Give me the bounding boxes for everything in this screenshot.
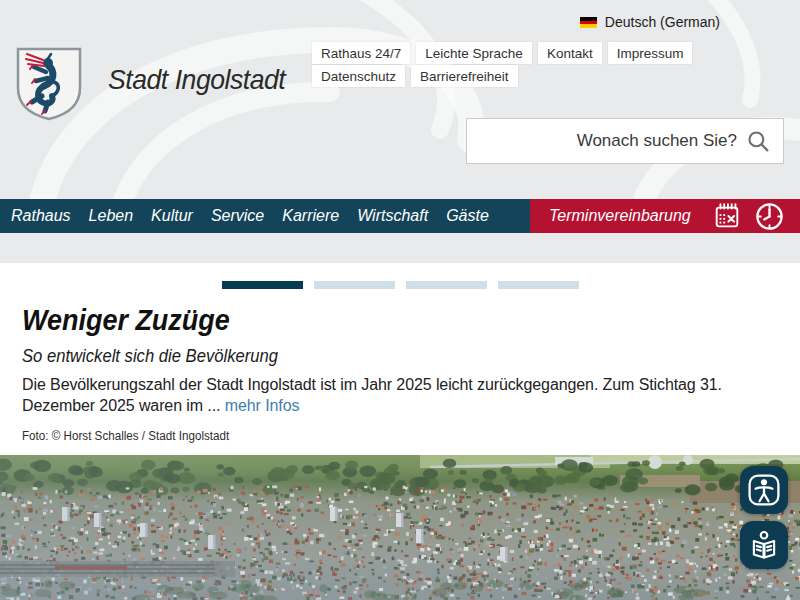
quicklink-impressum[interactable]: Impressum xyxy=(608,42,693,64)
article-title: Weniger Zuzüge xyxy=(22,304,746,337)
easy-language-icon xyxy=(746,527,782,563)
nav-item-rathaus[interactable]: Rathaus xyxy=(2,207,80,225)
hero-photo[interactable] xyxy=(0,455,800,600)
aerial-city-photo xyxy=(0,455,800,600)
search-box xyxy=(466,118,784,164)
main-navigation: RathausLebenKulturServiceKarriereWirtsch… xyxy=(0,199,800,233)
appointment-label: Terminvereinbarung xyxy=(549,207,700,225)
appointment-button[interactable]: Terminvereinbarung xyxy=(530,199,800,233)
site-header: Deutsch (German) Rathaus 24/7Leichte Spr… xyxy=(0,0,800,199)
easy-language-button[interactable] xyxy=(740,521,788,569)
content-area: Weniger Zuzüge So entwickelt sich die Be… xyxy=(0,263,800,443)
carousel-indicator-1[interactable] xyxy=(222,281,303,289)
article-teaser: Die Bevölkerungszahl der Stadt Ingolstad… xyxy=(22,374,757,416)
accessibility-button[interactable] xyxy=(740,466,788,514)
carousel-indicator-4[interactable] xyxy=(498,281,579,289)
header-divider-strip xyxy=(0,233,800,263)
teaser-text: Die Bevölkerungszahl der Stadt Ingolstad… xyxy=(22,376,722,414)
quicklink-barrierefreiheit[interactable]: Barrierefreiheit xyxy=(411,65,518,87)
carousel-indicators xyxy=(0,281,800,289)
photo-credit: Foto: © Horst Schalles / Stadt Ingolstad… xyxy=(22,429,777,443)
more-info-link[interactable]: mehr Infos xyxy=(225,397,300,414)
accessibility-icon xyxy=(746,472,782,508)
article-subtitle: So entwickelt sich die Bevölkerung xyxy=(22,346,761,367)
nav-item-leben[interactable]: Leben xyxy=(80,207,143,225)
clock-icon xyxy=(754,201,785,232)
quicklinks: Rathaus 24/7Leichte SpracheKontaktImpres… xyxy=(312,42,782,87)
language-label: Deutsch (German) xyxy=(605,14,720,30)
carousel-indicator-3[interactable] xyxy=(406,281,487,289)
quicklink-kontakt[interactable]: Kontakt xyxy=(538,42,602,64)
german-flag-icon xyxy=(580,17,597,28)
nav-item-wirtschaft[interactable]: Wirtschaft xyxy=(348,207,437,225)
nav-item-kultur[interactable]: Kultur xyxy=(142,207,202,225)
brand-title[interactable]: Stadt Ingolstadt xyxy=(108,64,285,96)
search-input[interactable] xyxy=(467,131,743,151)
carousel-indicator-2[interactable] xyxy=(314,281,395,289)
search-button[interactable] xyxy=(743,128,783,154)
nav-item-karriere[interactable]: Karriere xyxy=(273,207,348,225)
quicklink-datenschutz[interactable]: Datenschutz xyxy=(312,65,405,87)
coat-of-arms-icon[interactable] xyxy=(14,46,84,122)
quicklink-leichte-sprache[interactable]: Leichte Sprache xyxy=(416,42,532,64)
page: Deutsch (German) Rathaus 24/7Leichte Spr… xyxy=(0,0,800,600)
nav-item-gäste[interactable]: Gäste xyxy=(437,207,498,225)
quicklink-rathaus-24-7[interactable]: Rathaus 24/7 xyxy=(312,42,410,64)
calendar-icon xyxy=(712,201,742,231)
nav-item-service[interactable]: Service xyxy=(202,207,273,225)
language-selector[interactable]: Deutsch (German) xyxy=(580,14,720,30)
search-icon xyxy=(745,128,771,154)
